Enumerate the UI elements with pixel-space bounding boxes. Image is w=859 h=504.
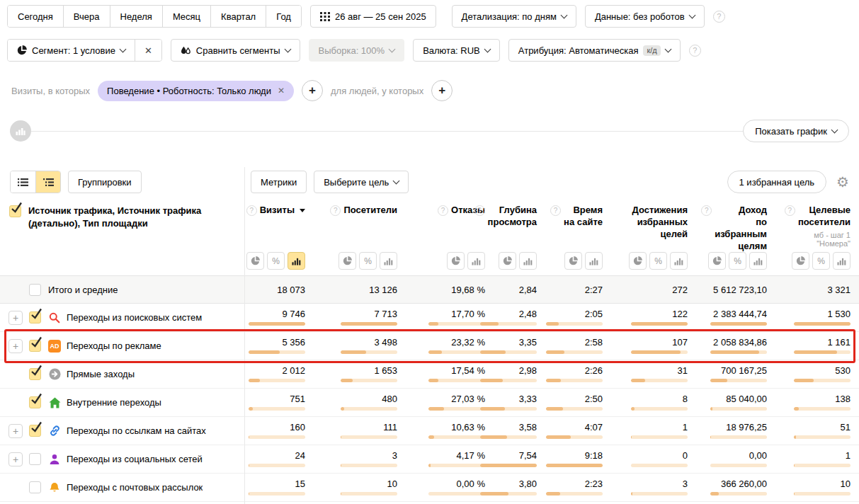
groupings-button[interactable]: Группировки (68, 171, 142, 193)
pie-chart-icon[interactable] (564, 252, 582, 270)
metric-cell-goals: 0 (611, 445, 696, 473)
percent-icon[interactable]: % (267, 252, 285, 270)
row-checkbox[interactable] (29, 453, 41, 465)
metric-cell-depth: 3,58 (494, 417, 545, 445)
bar-chart-icon[interactable] (749, 252, 767, 270)
segment-clear-button[interactable]: ✕ (135, 40, 161, 61)
metrics-button[interactable]: Метрики (251, 171, 307, 193)
metric-cell-depth: 2,48 (494, 304, 545, 331)
chevron-down-icon (393, 177, 400, 184)
metric-cell-time: 2:23 (545, 474, 611, 501)
add-people-condition-button[interactable]: + (431, 80, 453, 101)
add-visit-condition-button[interactable]: + (302, 80, 323, 101)
row-label[interactable]: Переходы из поисковых систем (67, 312, 202, 323)
metric-value: 13 126 (369, 285, 397, 295)
metric-bar (631, 435, 688, 439)
compare-segments-dropdown[interactable]: Сравнить сегменты (171, 39, 300, 62)
bar-chart-icon[interactable] (833, 252, 851, 270)
column-label-depth[interactable]: Глубина просмотра (488, 205, 537, 229)
favorite-goal-button[interactable]: 1 избранная цель (727, 171, 827, 193)
row-checkbox[interactable] (29, 284, 41, 296)
expand-row-button[interactable]: + (8, 311, 23, 325)
metric-bar (631, 350, 688, 354)
expand-row-button[interactable]: + (8, 339, 23, 353)
metric-value: 5 356 (282, 337, 305, 348)
help-icon[interactable]: ? (689, 45, 701, 57)
period-button-1[interactable]: Вчера (63, 6, 110, 27)
column-label-time[interactable]: Время на сайте (564, 205, 603, 229)
metric-bar (710, 379, 767, 382)
row-label[interactable]: Переходы по рекламе (67, 340, 161, 351)
detalization-dropdown[interactable]: Детализация: по дням (452, 5, 576, 28)
pie-chart-icon[interactable] (792, 252, 809, 270)
row-label[interactable]: Переходы из социальных сетей (67, 454, 203, 464)
segment-condition-chip[interactable]: Поведение • Роботность: Только люди ✕ (98, 81, 294, 101)
bar-chart-icon[interactable] (288, 252, 305, 270)
row-checkbox[interactable] (29, 425, 41, 437)
period-button-5[interactable]: Год (266, 6, 301, 27)
sampling-dropdown[interactable]: Выборка: 100% (309, 39, 405, 62)
row-label[interactable]: Переходы по ссылкам на сайтах (67, 425, 206, 436)
column-label-goals[interactable]: Достижения избранных целей (632, 205, 688, 241)
segment-dropdown[interactable]: Сегмент: 1 условие (8, 40, 135, 61)
column-label-target[interactable]: Целевые посетители (798, 205, 851, 229)
home-icon (48, 397, 61, 408)
column-label-visits[interactable]: Визиты (260, 205, 295, 217)
metric-bar (794, 435, 851, 439)
row-label[interactable]: Прямые заходы (67, 369, 135, 379)
pie-chart-icon[interactable] (246, 252, 264, 270)
row-checkbox[interactable] (29, 368, 41, 380)
table-header: Источник трафика, Источник трафика (дета… (0, 200, 859, 275)
row-checkbox[interactable] (29, 340, 41, 352)
period-button-3[interactable]: Месяц (162, 6, 210, 27)
chart-collapsed-icon[interactable] (10, 120, 31, 142)
bar-chart-icon[interactable] (670, 252, 688, 270)
pie-chart-icon[interactable] (708, 252, 726, 270)
data-mode-dropdown[interactable]: Данные: без роботов (585, 5, 705, 28)
bar-chart-icon[interactable] (467, 252, 485, 270)
goal-select-dropdown[interactable]: Выберите цель (314, 171, 409, 193)
pie-chart-icon[interactable] (499, 252, 516, 270)
bar-chart-icon[interactable] (380, 252, 397, 270)
column-label-revenue[interactable]: Доход по избранным целям (715, 205, 767, 253)
metric-value: 2 058 834,86 (713, 337, 767, 348)
bar-chart-icon[interactable] (519, 252, 537, 270)
metric-bar (249, 492, 305, 496)
row-label[interactable]: Итого и средние (48, 285, 118, 295)
bar-chart-icon[interactable] (585, 252, 603, 270)
percent-icon[interactable]: % (359, 252, 377, 270)
row-checkbox[interactable] (29, 481, 41, 493)
currency-dropdown[interactable]: Валюта: RUB (413, 39, 500, 62)
row-label[interactable]: Внутренние переходы (67, 397, 161, 408)
gear-icon[interactable]: ⚙ (836, 175, 849, 189)
period-button-4[interactable]: Квартал (210, 6, 266, 27)
expand-row-button[interactable]: + (8, 452, 23, 466)
expand-row-button[interactable]: + (8, 424, 23, 438)
date-range-button[interactable]: 26 авг — 25 сен 2025 (310, 5, 436, 28)
pie-chart-icon[interactable] (447, 252, 465, 270)
show-chart-button[interactable]: Показать график (743, 120, 849, 142)
row-checkbox[interactable] (29, 311, 41, 323)
select-all-checkbox[interactable] (9, 205, 21, 217)
pie-chart-icon[interactable] (339, 252, 356, 270)
column-label-visitors[interactable]: Посетители (343, 205, 397, 217)
pie-chart-icon[interactable] (629, 252, 647, 270)
tree-view-button[interactable] (35, 171, 60, 193)
list-view-button[interactable] (11, 171, 35, 193)
attribution-dropdown[interactable]: Атрибуция: Автоматическая к/д (508, 39, 681, 62)
metric-cell-revenue: 700 167,25 (696, 360, 775, 388)
help-icon[interactable]: ? (713, 11, 725, 23)
metric-value: 2 012 (282, 365, 305, 376)
chevron-down-icon (120, 45, 127, 52)
metric-value: 2,84 (519, 285, 537, 295)
row-label[interactable]: Переходы с почтовых рассылок (67, 482, 203, 493)
row-checkbox[interactable] (29, 396, 41, 408)
percent-icon[interactable]: % (812, 252, 830, 270)
percent-icon[interactable]: % (649, 252, 667, 270)
period-button-0[interactable]: Сегодня (8, 6, 63, 27)
percent-icon[interactable]: % (729, 252, 746, 270)
period-button-2[interactable]: Неделя (110, 6, 162, 27)
metric-cell-target: 1 (775, 445, 859, 473)
chevron-down-icon (560, 11, 567, 18)
close-icon[interactable]: ✕ (278, 86, 285, 96)
